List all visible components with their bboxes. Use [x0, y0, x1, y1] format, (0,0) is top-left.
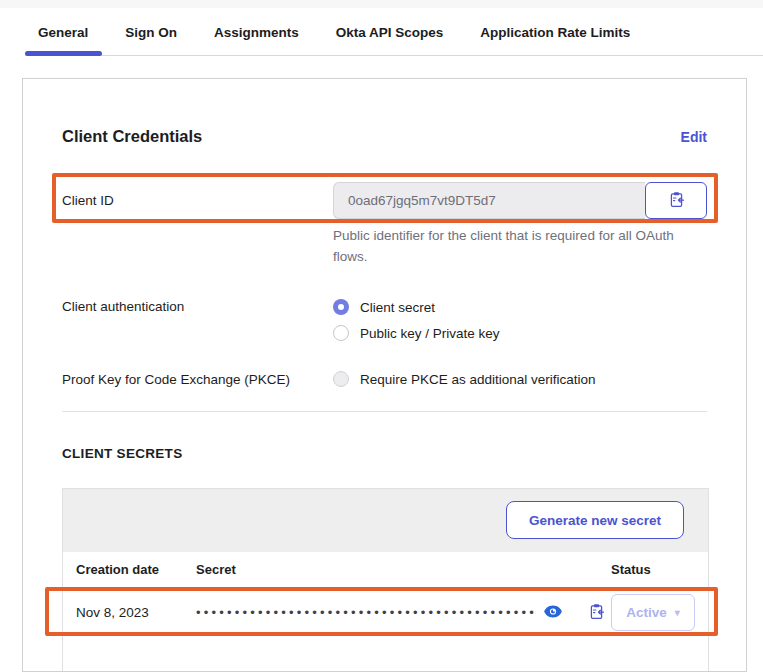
clipboard-icon [668, 191, 685, 211]
app-tab-bar: General Sign On Assignments Okta API Sco… [0, 8, 763, 56]
client-authentication-row: Client authentication Client secret Publ… [62, 295, 707, 345]
radio-selected-icon [333, 299, 349, 315]
secrets-toolbar: Generate new secret [63, 489, 708, 552]
tab-assignments[interactable]: Assignments [214, 8, 299, 56]
client-id-input-group [333, 182, 707, 219]
secrets-table-header: Creation date Secret Status [63, 552, 708, 588]
masked-secret-value: ••••••••••••••••••••••••••••••••••••••••… [196, 605, 537, 620]
client-secrets-title: CLIENT SECRETS [62, 446, 707, 461]
client-secrets-table: Generate new secret Creation date Secret… [62, 488, 709, 672]
client-id-label: Client ID [62, 193, 333, 208]
header-creation-date: Creation date [63, 562, 196, 577]
radio-client-secret[interactable]: Client secret [333, 295, 500, 319]
pkce-checkbox-option[interactable]: Require PKCE as additional verification [333, 367, 596, 391]
client-id-input[interactable] [333, 182, 645, 219]
pkce-label: Proof Key for Code Exchange (PKCE) [62, 372, 333, 387]
tab-sign-on[interactable]: Sign On [125, 8, 177, 56]
secret-status-dropdown[interactable]: Active ▾ [611, 594, 695, 631]
section-title-client-credentials: Client Credentials [62, 127, 202, 146]
client-id-helper-row: Public identifier for the client that is… [62, 225, 707, 267]
secret-table-row: Nov 8, 2023 ••••••••••••••••••••••••••••… [63, 588, 708, 637]
edit-link[interactable]: Edit [681, 129, 707, 145]
radio-client-secret-label: Client secret [360, 300, 435, 315]
client-authentication-label: Client authentication [62, 295, 333, 314]
section-divider [62, 411, 707, 412]
pkce-row: Proof Key for Code Exchange (PKCE) Requi… [62, 367, 707, 391]
radio-public-private-key[interactable]: Public key / Private key [333, 321, 500, 345]
client-id-helper-text: Public identifier for the client that is… [333, 225, 685, 267]
client-id-row: Client ID [62, 182, 707, 219]
top-strip [0, 0, 763, 8]
pkce-option-label: Require PKCE as additional verification [360, 372, 596, 387]
copy-secret-button[interactable] [588, 603, 605, 623]
checkbox-unchecked-icon [333, 371, 349, 387]
client-credentials-header: Client Credentials Edit [62, 127, 707, 146]
tab-general[interactable]: General [38, 8, 88, 56]
radio-unselected-icon [333, 325, 349, 341]
status-label: Active [626, 605, 667, 620]
header-status: Status [608, 562, 708, 577]
general-settings-card: Client Credentials Edit Client ID Public… [22, 78, 747, 672]
caret-down-icon: ▾ [675, 607, 680, 618]
generate-new-secret-button[interactable]: Generate new secret [506, 501, 684, 539]
tab-application-rate-limits[interactable]: Application Rate Limits [480, 8, 630, 56]
radio-public-private-key-label: Public key / Private key [360, 326, 500, 341]
tab-okta-api-scopes[interactable]: Okta API Scopes [336, 8, 444, 56]
eye-icon [544, 605, 562, 621]
header-secret: Secret [196, 562, 608, 577]
clipboard-icon [588, 603, 605, 623]
secret-creation-date: Nov 8, 2023 [63, 605, 196, 620]
reveal-secret-button[interactable] [544, 605, 562, 621]
copy-client-id-button[interactable] [645, 182, 707, 219]
